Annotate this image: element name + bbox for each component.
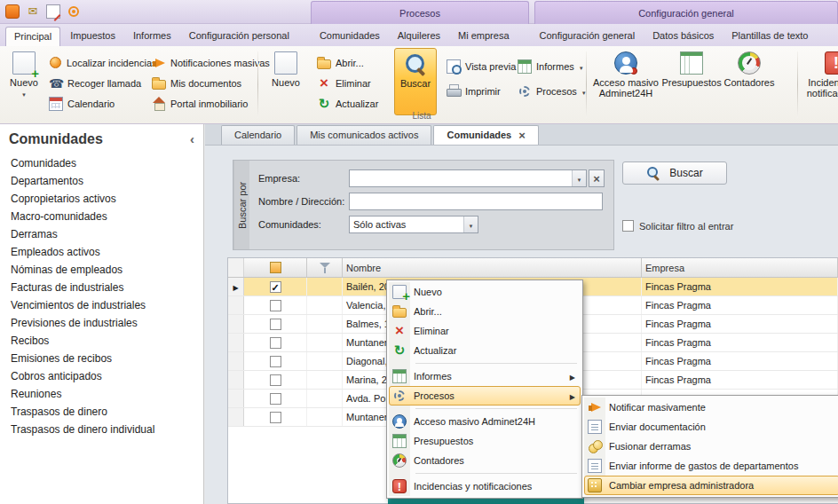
menu-item-acceso-masivo-adminet24h[interactable]: Acceso masivo Adminet24H <box>389 412 581 431</box>
request-filter-checkbox-row[interactable]: Solicitar filtro al entrar <box>622 220 733 232</box>
sidebar-item-cobros-anticipados[interactable]: Cobros anticipados <box>0 367 203 385</box>
app-icon[interactable] <box>5 4 20 19</box>
menu-item-incidencias-y-notificaciones[interactable]: Incidencias y notificaciones <box>389 476 581 496</box>
sidebar-item-facturas-de-industriales[interactable]: Facturas de industriales <box>0 279 203 296</box>
sidebar-item-reuniones[interactable]: Reuniones <box>0 385 203 403</box>
sidebar-item-emisiones-de-recibos[interactable]: Emisiones de recibos <box>0 350 203 367</box>
sidebar-item-recibos[interactable]: Recibos <box>0 332 203 350</box>
menu-item-informes[interactable]: Informes <box>389 366 581 386</box>
menu-item-contadores[interactable]: Contadores <box>389 451 581 470</box>
row-checkbox-cell[interactable] <box>244 352 307 370</box>
row-checkbox[interactable] <box>270 412 281 423</box>
submenu-item-fusionar-derramas[interactable]: Fusionar derramas <box>584 437 838 456</box>
submenu-item-enviar-informe-de-gastos[interactable]: Enviar informe de gastos de departamento… <box>584 456 838 476</box>
my-documents-button[interactable]: Mis documentos <box>149 74 244 92</box>
reports-dropdown-button[interactable]: Informes <box>515 57 587 75</box>
submenu-item-notificar-masivamente[interactable]: Notificar masivamente <box>584 398 838 417</box>
mail-icon[interactable] <box>26 4 40 19</box>
locate-incidents-button[interactable]: Localizar incidencias <box>46 53 160 72</box>
select-all-checkbox[interactable] <box>270 262 281 273</box>
row-checkbox[interactable] <box>270 393 281 405</box>
search-button[interactable]: Buscar <box>622 161 727 185</box>
new-split-button[interactable]: Nuevo <box>4 48 44 119</box>
row-checkbox-cell[interactable] <box>244 334 307 351</box>
sidebar-item-nominas-de-empleados[interactable]: Nóminas de empleados <box>0 261 203 279</box>
pickup-call-button[interactable]: Recoger llamada <box>46 74 144 92</box>
calendar-button[interactable]: Calendario <box>46 94 117 113</box>
tab-alquileres[interactable]: Alquileres <box>390 27 448 46</box>
row-checkbox[interactable] <box>270 300 281 311</box>
print-button[interactable]: Imprimir <box>444 82 503 100</box>
sidebar-item-empleados-activos[interactable]: Empleados activos <box>0 243 203 261</box>
doc-tab-comunidades[interactable]: Comunidades <box>433 125 538 145</box>
menu-item-actualizar[interactable]: Actualizar <box>389 341 581 360</box>
tab-plantillas-de-texto[interactable]: Plantillas de texto <box>723 27 816 46</box>
calls-icon[interactable] <box>67 4 81 19</box>
real-estate-portal-button[interactable]: Portal inmobiliario <box>149 94 250 113</box>
clear-empresa-button[interactable] <box>589 169 605 187</box>
select-all-header[interactable] <box>244 258 307 277</box>
column-header-empresa[interactable]: Empresa <box>642 258 838 277</box>
submenu-item-enviar-documentacion[interactable]: Enviar documentación <box>584 417 838 437</box>
adminet24h-mass-access-button[interactable]: Acceso masivo Adminet24H <box>591 48 660 119</box>
request-filter-checkbox[interactable] <box>622 220 634 232</box>
sidebar-item-comunidades[interactable]: Comunidades <box>0 154 203 172</box>
budgets-button[interactable]: Presupuestos <box>664 48 719 119</box>
row-checkbox-cell[interactable] <box>244 408 307 426</box>
tab-mi-empresa[interactable]: Mi empresa <box>450 27 517 46</box>
chevron-down-icon[interactable] <box>572 170 586 186</box>
nombre-direccion-input[interactable] <box>350 193 602 209</box>
sidebar-item-vencimientos-de-industriales[interactable]: Vencimientos de industriales <box>0 296 203 314</box>
doc-tab-calendario[interactable]: Calendario <box>221 125 295 145</box>
tab-configuracion-personal[interactable]: Configuración personal <box>181 27 297 46</box>
menu-item-procesos[interactable]: Procesos <box>389 386 581 406</box>
comunidades-combobox[interactable]: Sólo activas <box>349 216 478 233</box>
tab-datos-basicos[interactable]: Datos básicos <box>644 27 722 46</box>
sidebar-item-departamentos[interactable]: Departamentos <box>0 172 203 190</box>
sidebar-item-previsiones-de-industriales[interactable]: Previsiones de industriales <box>0 314 203 332</box>
filter-column-header[interactable] <box>307 258 343 277</box>
open-button[interactable]: Abrir... <box>314 53 367 72</box>
row-checkbox[interactable] <box>270 374 281 386</box>
close-icon[interactable] <box>518 126 526 146</box>
tab-principal[interactable]: Principal <box>5 27 60 46</box>
mass-notifications-button[interactable]: Notificaciones masivas <box>149 53 273 72</box>
processes-dropdown-button[interactable]: Procesos <box>515 82 589 100</box>
note-icon[interactable] <box>46 4 60 19</box>
row-checkbox-cell[interactable] <box>244 315 307 333</box>
row-checkbox[interactable] <box>270 337 281 349</box>
refresh-button[interactable]: Actualizar <box>314 94 381 113</box>
sidebar-item-traspasos-de-dinero[interactable]: Traspasos de dinero <box>0 403 203 421</box>
delete-button[interactable]: Eliminar <box>314 74 374 92</box>
chevron-down-icon[interactable] <box>463 217 478 232</box>
menu-item-abrir[interactable]: Abrir... <box>389 302 581 321</box>
doc-tab-mis-comunicados-activos[interactable]: Mis comunicados activos <box>296 125 431 145</box>
incidents-notifications-button[interactable]: Incidencias y notificaciones <box>801 48 838 119</box>
empresa-combobox[interactable] <box>349 169 587 187</box>
sidebar-item-derramas[interactable]: Derramas <box>0 225 203 243</box>
preview-button[interactable]: Vista previa <box>444 57 518 75</box>
row-checkbox-cell[interactable] <box>244 390 307 407</box>
tab-comunidades[interactable]: Comunidades <box>312 27 388 46</box>
row-checkbox-cell[interactable] <box>244 278 307 295</box>
row-checkbox[interactable] <box>270 281 281 293</box>
submenu-item-cambiar-empresa-administradora[interactable]: Cambiar empresa administradora <box>584 476 838 495</box>
menu-item-nuevo[interactable]: Nuevo <box>389 282 581 302</box>
tab-configuracion-general[interactable]: Configuración general <box>532 27 644 46</box>
search-button-ribbon[interactable]: Buscar <box>394 48 437 115</box>
new-list-item-button[interactable]: Nuevo <box>265 48 307 119</box>
row-checkbox[interactable] <box>270 319 281 330</box>
sidebar-item-macro-comunidades[interactable]: Macro-comunidades <box>0 208 203 225</box>
tab-impuestos[interactable]: Impuestos <box>62 27 123 46</box>
sidebar-item-copropietarios-activos[interactable]: Copropietarios activos <box>0 190 203 208</box>
row-checkbox-cell[interactable] <box>244 371 307 389</box>
column-header-nombre[interactable]: Nombre <box>343 258 642 277</box>
sidebar-item-traspasos-de-dinero-individual[interactable]: Traspasos de dinero individual <box>0 421 203 438</box>
menu-item-presupuestos[interactable]: Presupuestos <box>389 431 581 451</box>
row-checkbox[interactable] <box>270 356 281 367</box>
collapse-chevron-icon[interactable] <box>190 131 194 147</box>
menu-item-eliminar[interactable]: Eliminar <box>389 321 581 341</box>
counters-button[interactable]: Contadores <box>721 48 778 119</box>
tab-informes[interactable]: Informes <box>125 27 179 46</box>
row-checkbox-cell[interactable] <box>244 296 307 314</box>
